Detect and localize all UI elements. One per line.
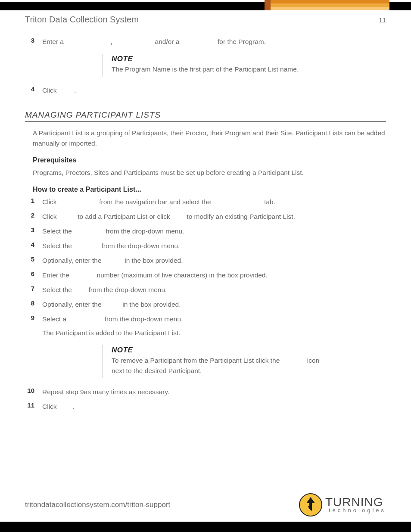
turning-technologies-logo: TURNING technologies	[299, 493, 386, 517]
howto-step-1: 1 Click from the navigation bar and sele…	[25, 197, 386, 207]
note-block: NOTE The Program Name is the first part …	[25, 54, 386, 77]
howto-step-6: 6 Enter the number (maximum of five char…	[25, 270, 386, 280]
note-text: The Program Name is the first part of th…	[112, 64, 299, 74]
step-text: Click .	[42, 85, 386, 96]
howto-step-11: 11 Click .	[25, 401, 386, 412]
howto-step-8: 8 Optionally, enter the in the box provi…	[25, 299, 386, 310]
note-text: To remove a Participant from the Partici…	[112, 355, 327, 376]
howto-step-4: 4 Select the from the drop-down menu.	[25, 241, 386, 251]
note-label: NOTE	[112, 55, 299, 63]
page-footer: tritondatacollectionsystem.com/triton-su…	[0, 488, 411, 522]
howto-heading: How to create a Participant List...	[33, 186, 386, 193]
page-header: Triton Data Collection System 11	[25, 15, 386, 25]
step-text: Enter a , and/or a for the Program.	[42, 37, 386, 47]
turning-logo-icon	[299, 493, 323, 517]
step-3: 3 Enter a , and/or a for the Program.	[25, 37, 386, 47]
bottom-black-band	[0, 522, 411, 532]
howto-step-7: 7 Select the from the drop-down menu.	[25, 285, 386, 295]
note-label: NOTE	[112, 346, 327, 355]
doc-title: Triton Data Collection System	[25, 15, 139, 25]
step-4: 4 Click .	[25, 85, 386, 96]
page-content: Triton Data Collection System 11 3 Enter…	[0, 10, 411, 522]
prerequisites-text: Programs, Proctors, Sites and Participan…	[33, 168, 386, 178]
step-number: 3	[25, 37, 42, 44]
howto-step-5: 5 Optionally, enter the in the box provi…	[25, 255, 386, 266]
logo-text-top: TURNING	[325, 497, 386, 508]
howto-step-2: 2 Click to add a Participant List or cli…	[25, 212, 386, 222]
section-intro: A Participant List is a grouping of Part…	[33, 128, 386, 149]
howto-step-3: 3 Select the from the drop-down menu.	[25, 226, 386, 236]
footer-url: tritondatacollectionsystem.com/triton-su…	[25, 501, 170, 509]
page-number: 11	[379, 16, 386, 24]
howto-step-9: 9 Select a from the drop-down menu. The …	[25, 314, 386, 338]
note-block-2: NOTE To remove a Participant from the Pa…	[25, 345, 386, 378]
logo-text-bottom: technologies	[325, 508, 386, 513]
section-heading: MANAGING PARTICIPANT LISTS	[25, 110, 386, 122]
howto-step-10: 10 Repeat step 9as many times as necessa…	[25, 387, 386, 397]
orange-stripe-decoration	[265, 0, 389, 10]
step-number: 4	[25, 85, 42, 93]
step-9-after: The Participant is added to the Particip…	[42, 329, 181, 336]
prerequisites-heading: Prerequisites	[33, 156, 386, 164]
